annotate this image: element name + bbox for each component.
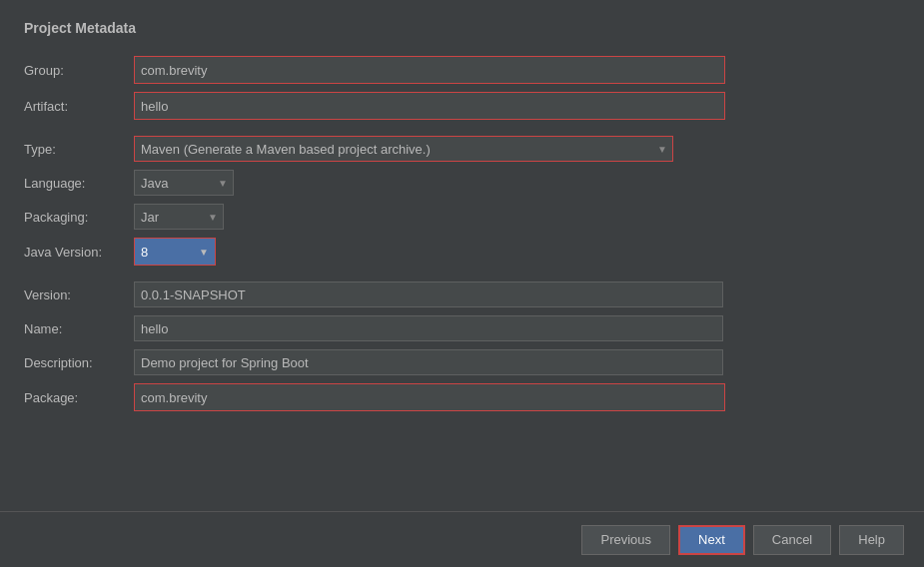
package-label: Package: [24, 385, 134, 410]
description-field [134, 345, 900, 379]
package-input[interactable] [135, 384, 724, 410]
java-version-select[interactable]: 8 11 17 [135, 239, 215, 265]
group-border [134, 56, 725, 84]
packaging-select[interactable]: Jar War [134, 204, 224, 230]
java-version-dropdown-wrapper: 8 11 17 ▼ [135, 239, 215, 265]
artifact-border [134, 92, 725, 120]
name-input[interactable] [134, 315, 723, 341]
artifact-field [134, 88, 900, 124]
language-select[interactable]: Java Kotlin Groovy [134, 170, 234, 196]
group-label: Group: [24, 58, 134, 83]
sep1 [24, 124, 134, 132]
language-label: Language: [24, 171, 134, 196]
type-dropdown-wrapper: Maven (Generate a Maven based project ar… [134, 136, 673, 162]
packaging-field: Jar War ▼ [134, 200, 900, 234]
version-field [134, 278, 900, 311]
next-button[interactable]: Next [678, 525, 745, 555]
type-field: Maven (Generate a Maven based project ar… [134, 132, 900, 166]
cancel-button[interactable]: Cancel [753, 525, 831, 555]
form-grid: Group: Artifact: Type: Maven (Generate a… [24, 52, 900, 415]
sep2 [24, 270, 134, 278]
section-title: Project Metadata [24, 20, 900, 36]
artifact-label: Artifact: [24, 94, 134, 119]
group-field [134, 52, 900, 88]
package-border [134, 383, 725, 411]
description-input[interactable] [134, 349, 723, 375]
dialog-content: Project Metadata Group: Artifact: Type: … [0, 0, 924, 511]
artifact-input[interactable] [135, 93, 724, 119]
java-version-border: 8 11 17 ▼ [134, 238, 216, 266]
version-input[interactable] [134, 282, 723, 307]
sep1b [134, 124, 900, 132]
name-field [134, 311, 900, 345]
java-version-field: 8 11 17 ▼ [134, 234, 900, 270]
description-label: Description: [24, 350, 134, 375]
packaging-dropdown-wrapper: Jar War ▼ [134, 204, 224, 230]
previous-button[interactable]: Previous [581, 525, 670, 555]
packaging-label: Packaging: [24, 205, 134, 230]
button-bar: Previous Next Cancel Help [0, 511, 924, 567]
type-select[interactable]: Maven (Generate a Maven based project ar… [134, 136, 673, 162]
language-dropdown-wrapper: Java Kotlin Groovy ▼ [134, 170, 234, 196]
version-label: Version: [24, 283, 134, 307]
language-field: Java Kotlin Groovy ▼ [134, 166, 900, 200]
name-label: Name: [24, 316, 134, 341]
package-field [134, 379, 900, 415]
help-button[interactable]: Help [839, 525, 904, 555]
group-input[interactable] [135, 57, 724, 83]
sep2b [134, 270, 900, 278]
java-version-label: Java Version: [24, 240, 134, 265]
type-label: Type: [24, 137, 134, 162]
